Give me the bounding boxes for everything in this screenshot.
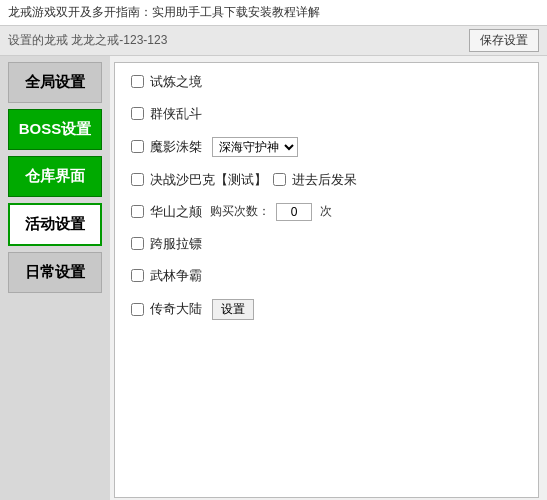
sidebar: 全局设置BOSS设置仓库界面活动设置日常设置 [0,56,110,500]
title-bar: 龙戒游戏双开及多开指南：实用助手工具下载安装教程详解 [0,0,547,26]
sidebar-btn-daily[interactable]: 日常设置 [8,252,102,293]
checkbox-row-item7: 武林争霸 [131,267,522,285]
sidebar-btn-boss[interactable]: BOSS设置 [8,109,102,150]
breadcrumb: 设置的龙戒 龙龙之戒-123-123 [8,32,167,49]
checkbox-item8[interactable] [131,303,144,316]
label-item6: 跨服拉镖 [150,235,202,253]
sidebar-btn-warehouse[interactable]: 仓库界面 [8,156,102,197]
content-area: 试炼之境群侠乱斗魔影洙桀深海守护神决战沙巴克【测试】进去后发呆华山之颠购买次数：… [114,62,539,498]
checkbox-item3[interactable] [131,140,144,153]
checkbox-item1[interactable] [131,75,144,88]
checkbox-item6[interactable] [131,237,144,250]
checkbox-row-item5: 华山之颠购买次数：次 [131,203,522,221]
checkbox-item7[interactable] [131,269,144,282]
main-layout: 全局设置BOSS设置仓库界面活动设置日常设置 试炼之境群侠乱斗魔影洙桀深海守护神… [0,56,547,500]
label-item3: 魔影洙桀 [150,138,202,156]
title-text: 龙戒游戏双开及多开指南：实用助手工具下载安装教程详解 [8,5,320,19]
extra-label-item4: 进去后发呆 [292,171,357,189]
checkbox-row-item6: 跨服拉镖 [131,235,522,253]
purchase-input-item5[interactable] [276,203,312,221]
checkbox2-item4[interactable] [273,173,286,186]
label-item4: 决战沙巴克【测试】 [150,171,267,189]
checkbox-item4[interactable] [131,173,144,186]
checkbox-row-item3: 魔影洙桀深海守护神 [131,137,522,157]
sidebar-btn-activity[interactable]: 活动设置 [8,203,102,246]
label-item8: 传奇大陆 [150,300,202,318]
checkbox-row-item4: 决战沙巴克【测试】进去后发呆 [131,171,522,189]
checkbox-row-item8: 传奇大陆设置 [131,299,522,320]
purchase-unit-item5: 次 [320,203,332,220]
label-item7: 武林争霸 [150,267,202,285]
sidebar-btn-global[interactable]: 全局设置 [8,62,102,103]
purchase-label-item5: 购买次数： [210,203,270,220]
save-button[interactable]: 保存设置 [469,29,539,52]
label-item5: 华山之颠 [150,203,202,221]
checkbox-row-item2: 群侠乱斗 [131,105,522,123]
label-item2: 群侠乱斗 [150,105,202,123]
checkbox-item2[interactable] [131,107,144,120]
checkbox-row-item1: 试炼之境 [131,73,522,91]
checkbox-item5[interactable] [131,205,144,218]
extra-button-item8[interactable]: 设置 [212,299,254,320]
label-item1: 试炼之境 [150,73,202,91]
sub-header: 设置的龙戒 龙龙之戒-123-123 保存设置 [0,26,547,56]
select-item3[interactable]: 深海守护神 [212,137,298,157]
